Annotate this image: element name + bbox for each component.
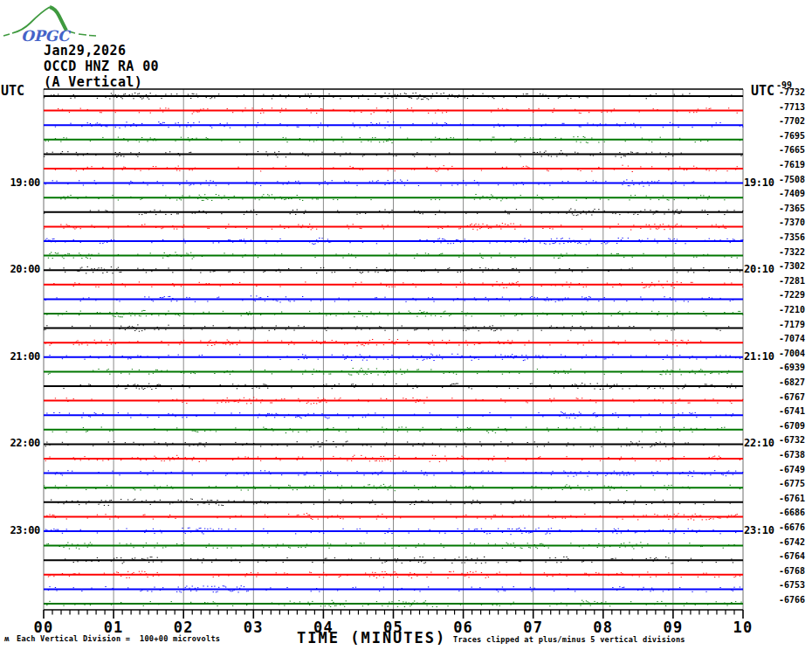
corner-mark: ʍ [4, 634, 9, 643]
clip-note: Traces clipped at plus/minus 5 vertical … [453, 635, 685, 644]
scale-note: Each Vertical Division = 100+00 microvol… [17, 634, 220, 643]
seismogram-plot [0, 0, 812, 650]
x-axis-title: TIME (MINUTES) [297, 629, 446, 647]
helicorder-page: OPGC Jan29,2026 OCCD HNZ RA 00 (A Vertic… [0, 0, 812, 650]
